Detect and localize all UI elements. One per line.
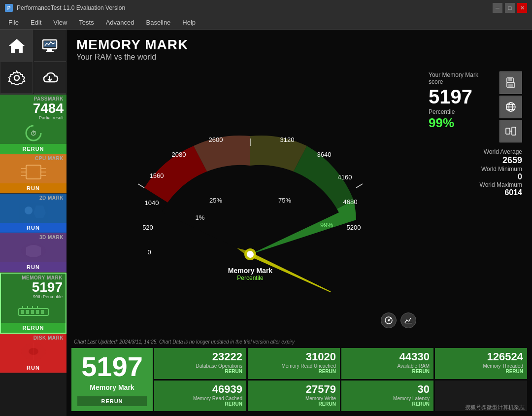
svg-marker-19 bbox=[33, 206, 46, 218]
metric-rerun-0[interactable]: RERUN bbox=[158, 369, 242, 374]
svg-rect-53 bbox=[506, 128, 510, 134]
memory-value: 5197 bbox=[1, 280, 66, 294]
disk-run-button[interactable]: RUN bbox=[0, 363, 66, 373]
passmark-value: 7484 bbox=[0, 102, 66, 115]
gauge-label-3120: 3120 bbox=[280, 136, 294, 143]
metric-value-1: 31020 bbox=[252, 350, 336, 363]
world-max-label: World Maximum bbox=[429, 181, 522, 188]
window-controls: ─ □ ✕ bbox=[493, 3, 527, 13]
sidebar-3d: 3D MARK RUN bbox=[0, 233, 66, 273]
memory-rerun-button[interactable]: RERUN bbox=[1, 323, 66, 333]
metric-value-4: 46939 bbox=[158, 383, 242, 396]
svg-rect-26 bbox=[41, 310, 44, 314]
menu-view[interactable]: View bbox=[47, 17, 73, 28]
gauge-container: 0 520 1040 1560 2080 2600 3120 3640 4160… bbox=[74, 64, 426, 336]
content-header: MEMORY MARK Your RAM vs the world bbox=[66, 30, 532, 64]
svg-text:P: P bbox=[7, 5, 11, 11]
metric-label-4: Memory Read Cached bbox=[158, 396, 242, 401]
metric-label-1: Memory Read Uncached bbox=[252, 363, 336, 369]
menu-tests[interactable]: Tests bbox=[73, 17, 100, 28]
gauge-speedometer-icon[interactable] bbox=[381, 312, 397, 328]
svg-rect-28 bbox=[27, 306, 28, 309]
metric-rerun-6[interactable]: RERUN bbox=[345, 401, 430, 407]
score-action-icons bbox=[499, 71, 522, 142]
disk-label: DISK MARK bbox=[0, 334, 66, 341]
menu-baseline[interactable]: Baseline bbox=[140, 17, 176, 28]
score-panel: Your Memory Mark score 5197 Percentile 9… bbox=[426, 64, 525, 336]
settings-button[interactable] bbox=[0, 62, 33, 94]
svg-point-18 bbox=[25, 207, 33, 214]
cpu-run-button[interactable]: RUN bbox=[0, 183, 66, 193]
sidebar-memory: MEMORY MARK 5197 99th Percentile RERUN bbox=[0, 273, 66, 334]
svg-rect-30 bbox=[37, 306, 38, 309]
save-icon-button[interactable] bbox=[499, 71, 522, 94]
3d-label: 3D MARK bbox=[0, 233, 66, 240]
home-button[interactable] bbox=[0, 30, 33, 62]
metric-rerun-3[interactable]: RERUN bbox=[439, 369, 523, 374]
metric-card-mem-cached: 46939 Memory Read Cached RERUN bbox=[154, 381, 246, 412]
metric-label-2: Available RAM bbox=[345, 363, 430, 369]
svg-rect-25 bbox=[36, 310, 39, 314]
svg-text:⏱: ⏱ bbox=[31, 130, 36, 137]
gauge-pct-25: 25% bbox=[209, 197, 222, 204]
menu-edit[interactable]: Edit bbox=[25, 17, 47, 28]
svg-rect-47 bbox=[508, 84, 513, 87]
menu-help[interactable]: Help bbox=[176, 17, 201, 28]
main-metric-card: 5197 Memory Mark RERUN bbox=[71, 348, 153, 411]
compare-icon-button[interactable] bbox=[499, 120, 522, 142]
svg-rect-10 bbox=[29, 168, 38, 176]
score-pct-label: Percentile bbox=[429, 108, 493, 115]
monitor-button[interactable] bbox=[33, 30, 66, 62]
menu-file[interactable]: File bbox=[2, 17, 25, 28]
score-text-block: Your Memory Mark score 5197 Percentile 9… bbox=[429, 71, 493, 131]
3d-run-button[interactable]: RUN bbox=[0, 262, 66, 272]
menu-advanced[interactable]: Advanced bbox=[100, 17, 140, 28]
gauge-chart-icon[interactable] bbox=[400, 312, 416, 328]
gauge-label-0: 0 bbox=[147, 248, 151, 256]
metrics-note: Chart Last Updated: 2024/3/11, 14:25. Ch… bbox=[66, 338, 532, 346]
gauge-label-2080: 2080 bbox=[171, 151, 186, 158]
cpu-icon-area bbox=[0, 161, 66, 183]
metric-label-0: Database Operations bbox=[158, 363, 242, 369]
svg-rect-54 bbox=[512, 127, 516, 135]
app-icon: P bbox=[5, 4, 13, 12]
globe-icon-button[interactable] bbox=[499, 96, 522, 118]
main-metric-rerun-button[interactable]: RERUN bbox=[77, 396, 147, 406]
svg-rect-23 bbox=[26, 310, 29, 314]
metric-rerun-1[interactable]: RERUN bbox=[252, 369, 336, 374]
world-avg-label: World Average bbox=[429, 148, 522, 155]
metric-rerun-5[interactable]: RERUN bbox=[252, 401, 336, 407]
minimize-button[interactable]: ─ bbox=[493, 3, 502, 13]
svg-point-6 bbox=[14, 75, 19, 80]
svg-rect-24 bbox=[31, 310, 34, 314]
sidebar-cpu: CPU MARK RUN bbox=[0, 154, 66, 194]
passmark-rerun-button[interactable]: RERUN bbox=[0, 144, 66, 154]
close-button[interactable]: ✕ bbox=[517, 3, 527, 13]
metric-value-0: 23222 bbox=[158, 350, 242, 363]
gauge-label-4680: 4680 bbox=[343, 198, 357, 206]
metric-label-6: Memory Latency bbox=[345, 396, 430, 401]
gauge-label-5200: 5200 bbox=[346, 224, 361, 231]
gauge-label-1040: 1040 bbox=[144, 199, 159, 207]
score-percentile: 99% bbox=[429, 115, 493, 131]
metric-rerun-2[interactable]: RERUN bbox=[345, 369, 430, 374]
world-min-label: World Minimum bbox=[429, 166, 522, 173]
svg-rect-29 bbox=[32, 306, 33, 309]
cloud-button[interactable] bbox=[33, 62, 66, 94]
gauge-label-1560: 1560 bbox=[149, 172, 164, 179]
page-subtitle: Your RAM vs the world bbox=[76, 53, 522, 62]
svg-point-40 bbox=[247, 251, 254, 258]
page-title: MEMORY MARK bbox=[76, 37, 522, 53]
sidebar: PASSMARK 7484 Partial result ⏱ RERUN CPU… bbox=[0, 30, 66, 416]
2d-run-button[interactable]: RUN bbox=[0, 223, 66, 233]
metrics-grid: 5197 Memory Mark RERUN 23222 Database Op… bbox=[66, 346, 532, 416]
gauge-pct-1: 1% bbox=[195, 214, 204, 221]
metric-rerun-4[interactable]: RERUN bbox=[158, 401, 242, 407]
svg-rect-4 bbox=[46, 51, 54, 52]
svg-rect-3 bbox=[47, 49, 52, 51]
sidebar-passmark: PASSMARK 7484 Partial result ⏱ RERUN bbox=[0, 95, 66, 154]
gauge-mark-label: Memory Mark bbox=[228, 267, 272, 275]
metric-card-mem-write: 27579 Memory Write RERUN bbox=[248, 381, 340, 412]
metric-card-mem-latency: 30 Memory Latency RERUN bbox=[341, 381, 433, 412]
maximize-button[interactable]: □ bbox=[505, 3, 515, 13]
